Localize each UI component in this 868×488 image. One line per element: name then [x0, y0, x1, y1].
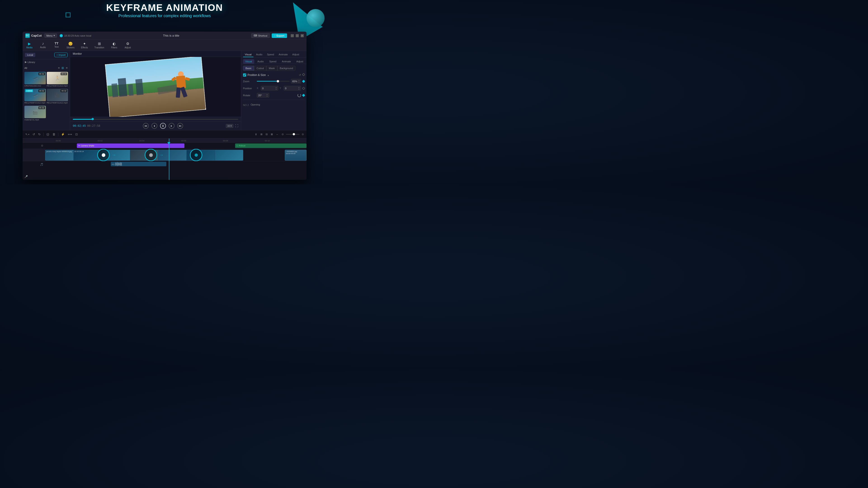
- audio-track-button[interactable]: 🎙: [254, 133, 258, 136]
- import-button[interactable]: + Import: [54, 53, 68, 57]
- rotate-up-arrow[interactable]: ▲: [266, 94, 268, 95]
- local-tab[interactable]: Local: [25, 53, 35, 57]
- media-item-2[interactable]: 🏃 00:32 RE127838721412.mp4: [47, 72, 68, 88]
- ripple-button[interactable]: ⚡: [60, 132, 66, 136]
- filter-icon[interactable]: ≡: [58, 66, 60, 70]
- zoom-value-box[interactable]: 65% ▲ ▼: [291, 79, 301, 84]
- zoom-slider-thumb[interactable]: [277, 80, 279, 83]
- tab-adjust-inner[interactable]: Adjust: [294, 59, 306, 64]
- subtab-cutout[interactable]: Cutout: [254, 66, 266, 71]
- library-item[interactable]: ▶ Library: [23, 59, 70, 65]
- media-thumb-1[interactable]: 🛹 00:32: [24, 72, 46, 84]
- mirror-button[interactable]: ⟺: [67, 132, 73, 136]
- media-item-5[interactable]: 🎬 00:32 material 01.mp4: [24, 106, 46, 122]
- skip-start-button[interactable]: ⏮: [143, 123, 149, 129]
- toolbar-effects[interactable]: ✦ Effects: [78, 41, 91, 50]
- tab-speed-outer[interactable]: Speed: [265, 52, 276, 57]
- keyframe-circle-1[interactable]: [97, 149, 110, 161]
- zoom-keyframe-button[interactable]: [302, 79, 305, 83]
- toolbar-text[interactable]: TT Text: [50, 41, 63, 50]
- audio-clip[interactable]: azy: [111, 162, 166, 166]
- media-thumb-5[interactable]: 🎬 00:32: [24, 106, 46, 118]
- tl-ctrl-5[interactable]: ⊙: [281, 132, 285, 136]
- x-up-arrow[interactable]: ▲: [275, 87, 277, 88]
- zoom-down-arrow[interactable]: ▼: [298, 81, 300, 83]
- robust-clip[interactable]: ⬡ Robust: [235, 143, 307, 148]
- media-thumb-4[interactable]: 🎥 00:32: [47, 89, 68, 101]
- subtab-mask[interactable]: Mask: [266, 66, 277, 71]
- toolbar-transition[interactable]: ⊞ Transition: [91, 41, 107, 50]
- tab-visual-inner[interactable]: Visual: [243, 59, 254, 64]
- position-size-checkbox[interactable]: [243, 73, 246, 76]
- tab-animate-inner[interactable]: Animate: [280, 59, 293, 64]
- toolbar-media[interactable]: ▶ Media: [23, 41, 36, 50]
- y-up-arrow[interactable]: ▲: [298, 87, 300, 88]
- rotate-keyframe-button[interactable]: [302, 94, 305, 97]
- transition-label: Transition: [94, 46, 104, 49]
- select-arrow-icon: ▾: [28, 133, 29, 135]
- crop-button[interactable]: ⊡: [74, 132, 79, 136]
- export-button[interactable]: ↑ Export: [272, 33, 287, 38]
- keyframe-all-button[interactable]: [302, 73, 305, 76]
- zoom-slider-timeline[interactable]: [286, 134, 300, 135]
- subtab-basic[interactable]: Basic: [243, 66, 254, 71]
- main-video-clip[interactable]: pexels-mary-taylor-6008916.jpg 00:00:09:…: [45, 150, 243, 161]
- media-thumb-2[interactable]: 🏃 00:32: [47, 72, 68, 84]
- grid-view-icon[interactable]: ⊞: [61, 66, 64, 70]
- keyframe-circle-3[interactable]: [190, 149, 202, 161]
- frame-handle-bottom-right[interactable]: [205, 108, 206, 111]
- tl-ctrl-1[interactable]: ⊞: [259, 132, 264, 136]
- y-value-box[interactable]: 0 ▲ ▼: [284, 86, 301, 91]
- tab-visual-outer[interactable]: Visual: [243, 52, 253, 57]
- tl-ctrl-6[interactable]: ⊙: [301, 132, 305, 136]
- position-keyframe-button[interactable]: [302, 87, 305, 90]
- keyframe-circle-2[interactable]: [145, 149, 157, 161]
- split-button[interactable]: ⟨|⟩: [45, 132, 50, 136]
- tab-adjust-outer[interactable]: Adjust: [290, 52, 301, 57]
- toolbar-filters[interactable]: ◐ Filters: [107, 41, 121, 50]
- media-thumb-3[interactable]: 🛹 00:32 Added: [24, 89, 46, 101]
- select-tool-button[interactable]: ↖ ▾: [24, 132, 30, 136]
- tl-ctrl-2[interactable]: ⊟: [265, 132, 269, 136]
- toolbar-adjust[interactable]: ⚙ Adjust: [121, 41, 134, 50]
- tab-speed-inner[interactable]: Speed: [267, 59, 279, 64]
- menu-button[interactable]: Menu ▾: [44, 33, 57, 38]
- tab-animate-outer[interactable]: Animate: [277, 52, 289, 57]
- tab-audio-outer[interactable]: Audio: [254, 52, 264, 57]
- x-value-box[interactable]: 0 ▲ ▼: [261, 86, 278, 91]
- tl-ctrl-3[interactable]: ⊠: [270, 132, 274, 136]
- timeline-add-audio[interactable]: 🎤: [24, 174, 28, 178]
- subtab-background[interactable]: Background: [277, 66, 296, 71]
- undo-button[interactable]: ↺: [32, 132, 36, 136]
- progress-thumb[interactable]: [92, 118, 94, 120]
- skip-end-button[interactable]: ⏭: [177, 123, 183, 129]
- maximize-button[interactable]: □: [296, 34, 299, 37]
- list-view-icon[interactable]: ≡: [65, 66, 68, 70]
- toolbar-stickers[interactable]: 😊 Stickers: [63, 41, 78, 50]
- reset-all-button[interactable]: ↺: [299, 73, 301, 76]
- rotate-down-arrow[interactable]: ▼: [266, 95, 268, 97]
- fullscreen-button[interactable]: ⛶: [235, 124, 238, 128]
- rotate-value-box[interactable]: 20° ▲ ▼: [257, 93, 269, 98]
- media-item-3[interactable]: 🛹 00:32 Added RE127838721412.mp4: [24, 89, 46, 105]
- tl-ctrl-4[interactable]: ↔: [275, 133, 279, 136]
- delete-button[interactable]: 🗑: [52, 132, 56, 136]
- minimize-button[interactable]: ─: [291, 34, 294, 37]
- second-video-clip[interactable]: r-6008893.jpg 00:00:05:00: [285, 150, 307, 161]
- zoom-slider-thumb-timeline[interactable]: [293, 133, 295, 135]
- close-button[interactable]: ✕: [301, 34, 304, 37]
- frame-forward-button[interactable]: ⏵: [168, 123, 175, 129]
- zoom-up-arrow[interactable]: ▲: [298, 79, 300, 81]
- progress-bar[interactable]: [73, 119, 238, 120]
- zoom-slider[interactable]: [257, 81, 289, 82]
- play-pause-button[interactable]: ⏸: [160, 123, 166, 129]
- media-item-4[interactable]: 🎥 00:32 RE127838721412.mp4: [47, 89, 68, 105]
- redo-button[interactable]: ↻: [37, 132, 41, 136]
- toolbar-audio[interactable]: ♪ Audio: [36, 41, 50, 50]
- tab-audio-inner[interactable]: Audio: [255, 59, 266, 64]
- media-item-1[interactable]: 🛹 00:32 CRST001334.mov: [24, 72, 46, 88]
- x-down-arrow[interactable]: ▼: [275, 88, 277, 90]
- shortcut-button[interactable]: ⌨ Shortcut: [251, 33, 270, 38]
- frame-back-button[interactable]: ⏴: [151, 123, 157, 129]
- y-down-arrow[interactable]: ▼: [298, 88, 300, 90]
